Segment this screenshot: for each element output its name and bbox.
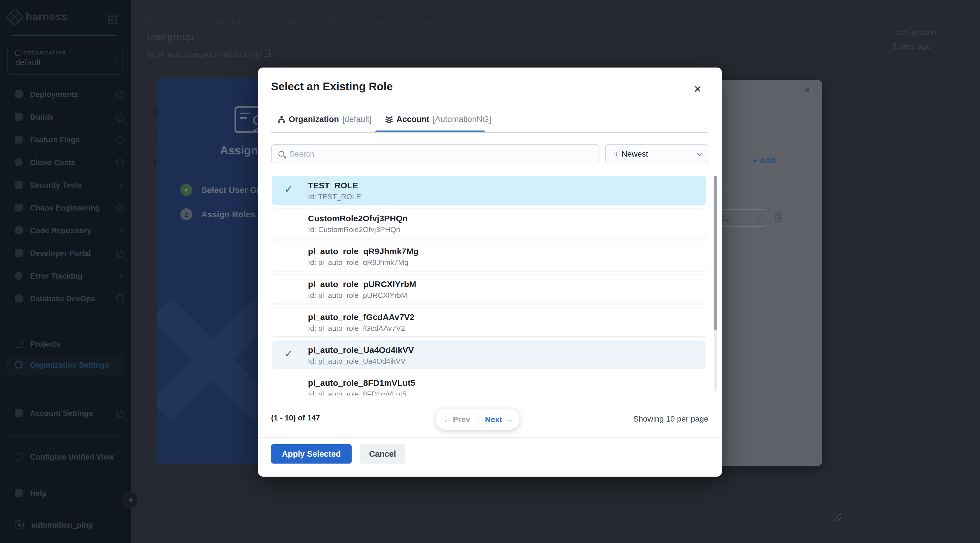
user-name-label: automation_ping [31, 521, 93, 529]
role-name: TEST_ROLE [308, 180, 358, 190]
close-icon[interactable]: ✕ [691, 81, 704, 97]
sidebar-item-label: Organization Settings [30, 361, 109, 369]
role-id: Id: pl_auto_role_Ua4Od4ikVV [308, 357, 406, 365]
prev-page-button[interactable]: ← Prev [436, 415, 477, 424]
role-row[interactable]: pl_auto_role_fGcdAAv7V2Id: pl_auto_role_… [272, 307, 706, 336]
sidebar-item-developer-portal[interactable]: Developer Portali [0, 242, 131, 264]
cancel-button[interactable]: Cancel [360, 444, 405, 463]
tab-organization[interactable]: Organization [default] [278, 115, 371, 124]
info-icon: i [116, 113, 124, 121]
org-hierarchy-icon [278, 115, 285, 123]
sidebar-item-cloud-costs[interactable]: Cloud Costsi [0, 151, 131, 174]
sidebar-item-label: Security Tests [30, 181, 82, 189]
breadcrumb-item[interactable]: Access Control: User Groups [360, 19, 460, 27]
wrench-icon [15, 453, 23, 461]
app-grid-icon[interactable] [108, 15, 117, 24]
sidebar-item-user[interactable]: A automation_ping [0, 513, 131, 536]
projects-icon [15, 340, 23, 348]
page-title: usergroup [148, 31, 193, 43]
apply-selected-button[interactable]: Apply Selected [271, 444, 352, 463]
role-row[interactable]: ✓pl_auto_role_Ua4Od4ikVVId: pl_auto_role… [272, 341, 706, 369]
sidebar-item-configure-unified-view[interactable]: Configure Unified View [0, 446, 131, 468]
logo-text: harness [25, 11, 68, 23]
role-row[interactable]: pl_auto_role_pURCXlYrbMId: pl_auto_role_… [272, 275, 706, 304]
tab-scope: [AutomationNG] [433, 115, 491, 124]
close-icon[interactable]: ✕ [803, 84, 811, 96]
sidebar-item-label: Projects [30, 339, 60, 348]
last-updated-value: 5 days ago [892, 41, 936, 51]
sort-value: Newest [622, 149, 648, 158]
role-id: Id: CustomRole2Ofvj3PHQn [308, 225, 400, 234]
sidebar-divider [8, 435, 123, 436]
copy-icon[interactable] [266, 51, 270, 57]
harness-logo-icon [5, 7, 24, 27]
add-button[interactable]: + Add [752, 156, 775, 165]
info-icon: i [116, 204, 124, 211]
sidebar-collapse-button[interactable] [123, 492, 138, 508]
breadcrumb-separator: › [353, 19, 356, 27]
triangle-left-icon [129, 497, 132, 503]
breadcrumb-item[interactable]: Settings [321, 19, 349, 27]
sidebar-item-organization-settings[interactable]: Organization Settings [0, 355, 131, 374]
footer-divider [258, 438, 722, 438]
scrollbar[interactable] [714, 176, 717, 392]
chevron-right-icon: › [114, 56, 117, 65]
harness-logo[interactable]: harness [8, 10, 68, 24]
role-row[interactable]: ✓TEST_ROLEId: TEST_ROLE [272, 176, 706, 205]
info-icon: i [116, 136, 124, 143]
security-tests-icon [15, 181, 23, 189]
check-icon: ✓ [284, 347, 293, 360]
search-placeholder: Search [289, 149, 315, 158]
sidebar-item-label: Error Tracking [30, 272, 83, 280]
breadcrumb-item[interactable]: Account: AutomationNG [145, 19, 227, 27]
role-row[interactable]: CustomRole2Ofvj3PHQnId: CustomRole2Ofvj3… [272, 209, 706, 238]
tab-account[interactable]: Account [AutomationNG] [385, 115, 491, 124]
sidebar-item-deployments[interactable]: Deploymentsi [0, 83, 131, 105]
sidebar-item-label: Feature Flags [30, 135, 80, 144]
role-name: pl_auto_role_8FD1mVLut5 [308, 378, 415, 387]
sidebar-item-error-tracking[interactable]: Error Tracking› [0, 264, 131, 287]
role-row[interactable]: pl_auto_role_8FD1mVLut5Id: pl_auto_role_… [272, 373, 706, 395]
sidebar-item-label: Deployments [30, 90, 78, 99]
search-input[interactable]: Search [271, 144, 600, 163]
cloud-costs-icon [15, 158, 23, 166]
developer-portal-icon [15, 249, 23, 257]
sidebar-item-label: Developer Portal [30, 249, 91, 257]
role-row[interactable]: pl_auto_role_qR9Jhmk7MgId: pl_auto_role_… [272, 242, 706, 271]
pagination-controls: ← Prev Next → [436, 409, 520, 430]
trash-icon[interactable] [774, 212, 783, 223]
org-selector[interactable]: ORGANIZATION default › [7, 45, 123, 75]
info-icon: i [116, 159, 124, 166]
sidebar-menu: DeploymentsiBuildsiFeature FlagsiCloud C… [0, 83, 131, 310]
role-name: CustomRole2Ofvj3PHQn [308, 213, 408, 223]
role-id: Id: pl_auto_role_fGcdAAv7V2 [308, 324, 405, 333]
org-selector-value: default [15, 57, 116, 67]
sidebar-item-projects[interactable]: Projects [0, 333, 131, 355]
role-name: pl_auto_role_qR9Jhmk7Mg [308, 246, 418, 256]
sidebar-item-chaos-engineering[interactable]: Chaos Engineeringi [0, 196, 131, 219]
sidebar-item-security-tests[interactable]: Security Tests› [0, 174, 131, 196]
pagination-range: (1 - 10) of 147 [271, 414, 320, 422]
last-updated-label: Last Updated [892, 29, 936, 37]
sidebar-item-builds[interactable]: Buildsi [0, 105, 131, 128]
chevron-right-icon: › [120, 226, 123, 235]
next-page-button[interactable]: Next → [478, 415, 520, 424]
resize-handle-icon[interactable] [833, 512, 842, 521]
sidebar-item-code-repository[interactable]: Code Repository› [0, 219, 131, 242]
sort-select[interactable]: ↑↓ Newest [605, 144, 708, 163]
gear-icon [15, 361, 23, 369]
sidebar-item-feature-flags[interactable]: Feature Flagsi [0, 128, 131, 151]
scrollbar-thumb[interactable] [714, 176, 717, 330]
sidebar-item-label: Code Repository [30, 226, 91, 235]
sidebar-item-label: Cloud Costs [30, 158, 75, 167]
sidebar-item-database-devops[interactable]: Database DevOpsi [0, 287, 131, 310]
sidebar-item-help[interactable]: Help [0, 482, 131, 505]
tab-scope: [default] [342, 115, 371, 124]
last-updated: Last Updated 5 days ago [892, 29, 936, 51]
chevron-right-icon: › [120, 272, 123, 280]
sidebar-item-account-settings[interactable]: Account Settings i [0, 402, 131, 424]
tab-label: Account [396, 115, 429, 124]
sidebar-item-label: Builds [30, 113, 54, 121]
breadcrumb-item[interactable]: Organization: default [239, 19, 309, 27]
breadcrumb-separator: › [232, 19, 234, 27]
